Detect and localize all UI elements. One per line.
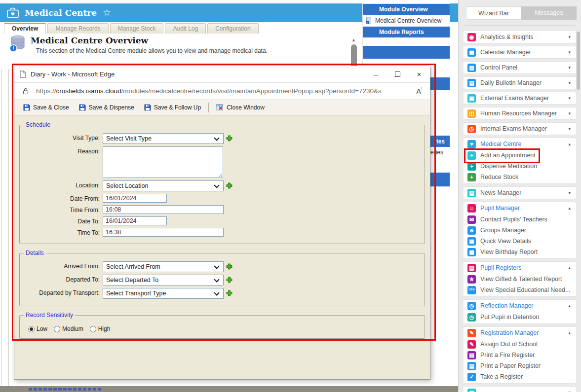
add-arrived-from-icon[interactable] [226,263,232,272]
sidebar-item-add-an-appointment[interactable]: +Add an Appointment [464,150,576,161]
sidebar-item-view-gifted-talented-report[interactable]: ★View Gifted & Talented Report [464,274,576,285]
sidebar-item-control-panel[interactable]: ▥Control Panel▾ [464,62,576,73]
sidebar-item-external-exams-manager[interactable]: ▣External Exams Manager▾ [464,92,576,104]
nav-item[interactable]: !Medical Centre Overview [363,15,450,27]
chevron-down-icon [214,263,219,269]
sidebar-item-daily-bulletin-manager[interactable]: ▤Daily Bulletin Manager▾ [464,77,576,89]
departed-by-transport-select[interactable]: Select Transport Type [103,288,224,299]
tab-manage-stock[interactable]: Manage Stock [110,23,164,34]
visit-type-select[interactable]: Select Visit Type [103,133,224,144]
tab-manage-records[interactable]: Manage Records [47,23,108,34]
sensitivity-medium-option[interactable]: Medium [54,325,83,332]
sidebar-group-medical-centre[interactable]: ♥Medical Centre▴ [464,138,576,150]
sidebar-item-calendar-manager[interactable]: ▦Calendar Manager▾ [464,46,576,58]
chevron-down-icon[interactable]: ▾ [568,390,571,392]
background-panel-border [8,69,9,392]
sidebar-item-label: Daily Bulletin Manager [480,79,542,86]
add-visit-type-icon[interactable] [226,135,232,143]
add-transport-type-icon[interactable] [226,289,232,298]
url-text[interactable]: https://crosfields.isams.cloud/modules/m… [36,87,382,95]
chevron-down-icon[interactable]: ▾ [568,190,571,195]
chevron-down-icon[interactable]: ▾ [568,80,571,85]
sidebar-item-take-a-register[interactable]: ✓Take a Register [464,371,576,382]
read-aloud-icon[interactable]: A⁾ [416,87,422,95]
sidebar-item-dispense-medication[interactable]: +Dispense Medication [464,161,576,172]
sidebar-item-label: Dispense Medication [480,163,537,170]
chevron-up-icon[interactable]: ▴ [568,142,571,146]
control-panel-icon: ▥ [467,64,476,72]
chevron-down-icon[interactable]: ▾ [568,65,571,70]
sidebar-item-item[interactable]: ▦▾ [464,387,576,392]
sidebar-item-view-birthday-report[interactable]: ▦View Birthday Report [464,247,576,257]
arrived-from-label: Arrived From: [20,261,100,270]
sidebar-item-quick-view-details[interactable]: ▣Quick View Details [464,236,576,247]
chevron-up-icon[interactable]: ▴ [568,206,571,211]
time-to-input[interactable] [103,228,224,237]
nav-header-partial [363,46,450,59]
add-departed-to-icon[interactable] [226,276,232,285]
sidebar-item-view-special-educational-need[interactable]: SENView Special Educational Need... [464,285,576,295]
sidebar-item-assign-out-of-school[interactable]: ✎Assign Out of School [464,339,576,350]
chevron-up-icon[interactable]: ▴ [568,330,571,335]
chevron-down-icon [214,135,219,141]
scroll-up-icon[interactable]: ▲ [351,37,356,42]
tab-overview[interactable]: Overview [4,23,46,34]
close-window-button[interactable]: Close Window [211,102,270,113]
arrived-from-select[interactable]: Select Arrived From [103,261,224,272]
background-panel-border [1,69,2,392]
sidebar-item-print-a-fire-register[interactable]: ▤Print a Fire Register [464,350,576,360]
sidebar-item-groups-manager[interactable]: ☻Groups Manager [464,225,576,236]
save-follow-up-button[interactable]: Save & Follow Up [139,102,206,113]
chevron-down-icon[interactable]: ▾ [568,35,571,39]
sensitivity-low-option[interactable]: Low [28,325,47,332]
popup-close-icon[interactable]: × [408,66,430,82]
chevron-down-icon[interactable]: ▾ [568,96,571,101]
sidebar-item-put-pupil-in-detention[interactable]: ◷Put Pupil in Detention [464,312,576,322]
sidebar-item-print-a-paper-register[interactable]: ▤Print a Paper Register [464,360,576,371]
sidebar-item-analytics-insights[interactable]: ◉Analytics & Insights▾ [464,31,576,43]
sidebar-item-reduce-stock[interactable]: +Reduce Stock [464,172,576,182]
sidebar-group-pupil-registers[interactable]: ▤Pupil Registers▴ [464,262,576,274]
sidebar-item-news-manager[interactable]: ▤News Manager▾ [464,187,576,199]
sidebar-scrollbar[interactable] [577,32,580,90]
sidebar-item-label: Internal Exams Manager [480,125,547,132]
chevron-down-icon [214,290,219,295]
sidebar-item-internal-exams-manager[interactable]: ◷Internal Exams Manager▾ [464,123,576,135]
sidebar-group-pupil-manager[interactable]: ☺Pupil Manager▴ [464,202,576,214]
sidebar-group-registration-manager[interactable]: ✎Registration Manager▴ [464,327,576,339]
details-legend: Details [24,249,46,256]
chevron-down-icon[interactable]: ▾ [568,126,571,131]
chevron-down-icon [214,277,219,282]
tab-wizard-bar[interactable]: Wizard Bar [466,6,521,20]
chevron-down-icon[interactable]: ▾ [568,111,571,116]
sidebar-item-human-resources-manager[interactable]: ◫Human Resources Manager▾ [464,107,576,119]
lock-icon[interactable] [23,88,29,95]
date-from-input[interactable] [103,194,167,203]
close-window-icon [216,104,224,111]
save-dispense-button[interactable]: Save & Dispense [74,102,139,113]
sidebar-card-medical-centre: ♥Medical Centre▴+Add an Appointment+Disp… [464,138,576,183]
time-from-input[interactable] [103,205,224,214]
tab-audit-log[interactable]: Audit Log [165,23,206,34]
tab-messages[interactable]: Messages [521,6,577,20]
sidebar-item-contact-pupils-teachers[interactable]: ✉Contact Pupils' Teachers [464,214,576,225]
chevron-up-icon[interactable]: ▴ [568,265,571,270]
reason-textarea[interactable] [103,146,223,178]
sidebar-card-pupil-registers: ▤Pupil Registers▴★View Gifted & Talented… [464,262,576,296]
tab-configuration[interactable]: Configuration [207,23,258,34]
date-to-label: Date To: [20,216,100,225]
location-select[interactable]: Select Location [103,180,224,191]
nav-header[interactable]: Module Reports [363,27,450,37]
popup-maximize-icon[interactable] [387,66,408,82]
departed-to-select[interactable]: Select Departed To [103,275,224,285]
chevron-down-icon[interactable]: ▾ [568,50,571,55]
nav-header[interactable]: Module Overview [363,4,450,15]
favourite-star-icon[interactable]: ☆ [103,7,111,18]
save-close-button[interactable]: Save & Close [18,102,74,113]
sidebar-group-reflection-manager[interactable]: ◷Reflection Manager▴ [464,300,576,312]
date-to-input[interactable] [103,216,167,225]
sensitivity-high-option[interactable]: High [90,325,111,332]
chevron-up-icon[interactable]: ▴ [568,303,571,308]
add-location-icon[interactable] [226,182,232,191]
popup-minimize-icon[interactable]: – [365,66,387,82]
